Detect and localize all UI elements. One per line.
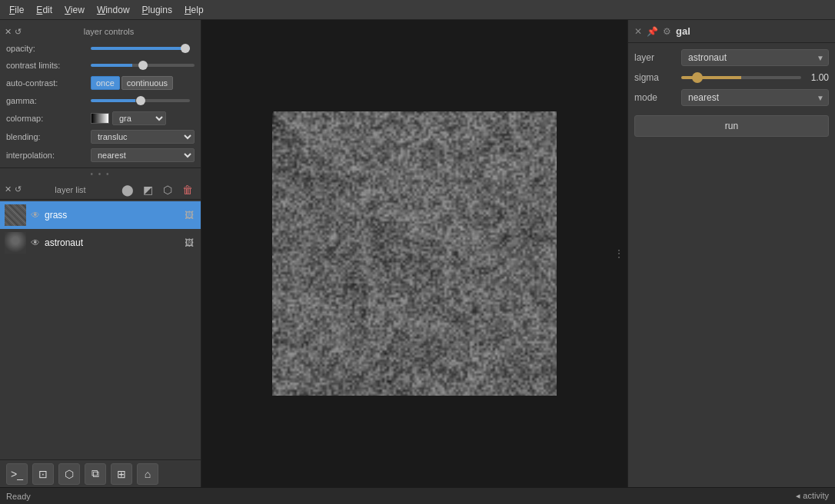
contrast-control (91, 64, 195, 67)
rp-sigma-label: sigma (634, 72, 677, 83)
layer-list-title: layer list (22, 185, 119, 194)
colormap-label: colormap: (6, 114, 91, 123)
rp-sigma-slider-wrap: 1.00 (681, 72, 829, 83)
main-area: ✕ ↺ layer controls opacity: 1.0 contrast… (0, 20, 835, 487)
points-tool-button[interactable]: ⬤ (119, 181, 136, 198)
contrast-row: contrast limits: (0, 57, 201, 74)
grass-thumbnail (5, 204, 26, 226)
rp-mode-select[interactable]: nearest linear (681, 89, 829, 106)
opacity-slider[interactable] (91, 47, 190, 50)
rp-sigma-row: sigma 1.00 (634, 72, 829, 83)
3d-button[interactable]: ⬡ (58, 463, 80, 485)
blending-select[interactable]: transluc additive opaque (91, 130, 195, 144)
menu-plugins[interactable]: Plugins (136, 3, 178, 17)
layer-controls-panel: ✕ ↺ layer controls opacity: 1.0 contrast… (0, 20, 201, 168)
auto-contrast-row: auto-contrast: once continuous (0, 74, 201, 92)
menubar: File Edit View Window Plugins Help (0, 0, 835, 20)
opacity-row: opacity: 1.0 (0, 40, 201, 57)
canvas-right-handle[interactable]: ⋮ (614, 247, 624, 260)
main-canvas (272, 111, 557, 396)
pin-icon[interactable]: ✕ (5, 27, 12, 37)
astronaut-visibility-icon[interactable]: 👁 (29, 237, 42, 249)
menu-window[interactable]: Window (91, 3, 136, 17)
auto-contrast-label: auto-contrast: (6, 78, 91, 88)
gamma-slider[interactable] (91, 99, 190, 102)
rph-close-icon[interactable]: ✕ (634, 26, 642, 37)
home-button[interactable]: ⌂ (137, 463, 158, 485)
astronaut-type-icon: 🖼 (182, 236, 196, 250)
rp-mode-select-wrap: nearest linear ▼ (681, 89, 829, 106)
split-button[interactable]: ⧉ (85, 463, 106, 485)
layer-list-toolbar: ✕ ↺ layer list ⬤ ◩ ⬡ 🗑 (0, 180, 201, 200)
contrast-label: contrast limits: (6, 61, 91, 70)
colormap-select[interactable]: gra viridis plasma (112, 111, 166, 125)
opacity-label: opacity: (6, 44, 91, 53)
bottom-toolbar: >_ ⊡ ⬡ ⧉ ⊞ ⌂ (0, 459, 201, 487)
activity-button[interactable]: ◂ activity (796, 491, 829, 501)
rp-layer-select-wrap: astronaut grass ▼ (681, 49, 829, 66)
right-panel-header: ✕ 📌 ⚙ gal (628, 20, 835, 43)
rp-mode-row: mode nearest linear ▼ (634, 89, 829, 106)
grass-type-icon: 🖼 (182, 208, 196, 222)
layer-list-refresh-icon[interactable]: ↺ (15, 184, 22, 194)
rp-layer-label: layer (634, 52, 677, 63)
collapse-handle[interactable]: • • • (0, 168, 201, 180)
colormap-row: colormap: gra viridis plasma (0, 109, 201, 128)
layer-controls-header: ✕ ↺ layer controls (0, 23, 201, 40)
colormap-control: gra viridis plasma (91, 111, 195, 125)
colormap-preview (91, 113, 109, 124)
ready-status: Ready (6, 492, 31, 501)
rph-pin-icon[interactable]: 📌 (647, 26, 658, 37)
grass-layer-name: grass (45, 210, 179, 220)
rph-settings-icon[interactable]: ⚙ (663, 26, 671, 37)
menu-view[interactable]: View (58, 3, 91, 17)
layer-list-header-icons: ✕ ↺ (5, 184, 22, 194)
layer-item-astronaut[interactable]: 👁 astronaut 🖼 (0, 229, 201, 257)
rp-mode-label: mode (634, 92, 677, 103)
left-panel: ✕ ↺ layer controls opacity: 1.0 contrast… (0, 20, 201, 487)
layer-list-tools: ⬤ ◩ ⬡ 🗑 (119, 181, 196, 198)
layer-items-list: 👁 grass 🖼 👁 astronaut 🖼 (0, 200, 201, 459)
interpolation-control: nearest linear (91, 148, 195, 162)
auto-contrast-control: once continuous (91, 76, 195, 90)
refresh-icon[interactable]: ↺ (15, 27, 22, 37)
once-button[interactable]: once (91, 76, 120, 90)
right-panel-content: layer astronaut grass ▼ sigma 1.00 (628, 43, 835, 143)
gamma-label: gamma: (6, 96, 91, 105)
menu-help[interactable]: Help (178, 3, 210, 17)
layer-list-pin-icon[interactable]: ✕ (5, 184, 12, 194)
layer-controls-title: layer controls (22, 27, 196, 36)
grid-button[interactable]: ⊞ (111, 463, 132, 485)
interpolation-select[interactable]: nearest linear (91, 148, 195, 162)
grass-visibility-icon[interactable]: 👁 (29, 209, 42, 221)
opacity-control: 1.0 (91, 44, 215, 53)
menu-edit[interactable]: Edit (30, 3, 58, 17)
run-button[interactable]: run (634, 115, 829, 137)
blending-row: blending: transluc additive opaque (0, 128, 201, 146)
astronaut-layer-name: astronaut (45, 237, 179, 248)
blending-control: transluc additive opaque (91, 130, 195, 144)
delete-layer-button[interactable]: 🗑 (179, 181, 196, 198)
rp-layer-row: layer astronaut grass ▼ (634, 49, 829, 66)
rp-layer-select[interactable]: astronaut grass (681, 49, 829, 66)
gamma-row: gamma: 1.0 (0, 92, 201, 109)
console-button[interactable]: >_ (6, 463, 28, 485)
shapes-tool-button[interactable]: ◩ (139, 181, 156, 198)
layer-item-grass[interactable]: 👁 grass 🖼 (0, 201, 201, 229)
canvas-area: ⋮ (201, 20, 627, 487)
2d-button[interactable]: ⊡ (32, 463, 54, 485)
panel-header-icons: ✕ ↺ (5, 27, 22, 37)
right-panel: ✕ 📌 ⚙ gal layer astronaut grass ▼ sigma (627, 20, 835, 487)
layer-list-panel: ✕ ↺ layer list ⬤ ◩ ⬡ 🗑 👁 grass 🖼 (0, 180, 201, 459)
interpolation-row: interpolation: nearest linear (0, 146, 201, 164)
continuous-button[interactable]: continuous (121, 76, 173, 90)
labels-tool-button[interactable]: ⬡ (159, 181, 176, 198)
right-panel-title: gal (676, 25, 829, 37)
rp-sigma-value: 1.00 (806, 72, 829, 83)
menu-file[interactable]: File (3, 3, 30, 17)
rp-sigma-slider[interactable] (681, 76, 801, 79)
interpolation-label: interpolation: (6, 151, 91, 160)
statusbar: Ready ◂ activity (0, 487, 835, 504)
contrast-slider[interactable] (91, 64, 195, 67)
auto-contrast-buttons: once continuous (91, 76, 173, 90)
